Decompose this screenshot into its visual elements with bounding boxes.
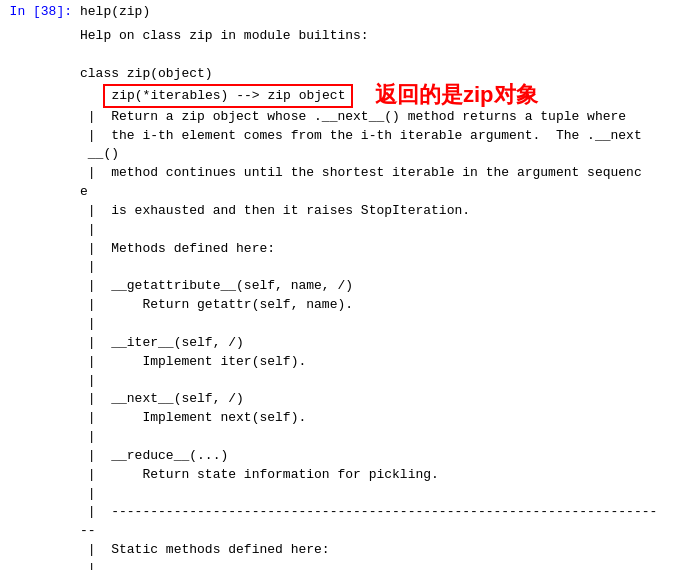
cell-label: In [38]:	[0, 4, 80, 19]
cell-input: In [38]: help(zip)	[0, 0, 700, 23]
cell-output: Help on class zip in module builtins: cl…	[0, 23, 700, 570]
help-header: Help on class zip in module builtins:	[80, 28, 369, 43]
notebook-cell: In [38]: help(zip) Help on class zip in …	[0, 0, 700, 570]
output-content: Help on class zip in module builtins: cl…	[80, 27, 700, 570]
cell-code: help(zip)	[80, 4, 150, 19]
annotation-label: 返回的是zip对象	[375, 79, 538, 111]
help-function: help(zip)	[80, 4, 150, 19]
class-declaration: class zip(object)	[80, 66, 213, 81]
zip-signature-box: zip(*iterables) --> zip object	[103, 84, 353, 108]
